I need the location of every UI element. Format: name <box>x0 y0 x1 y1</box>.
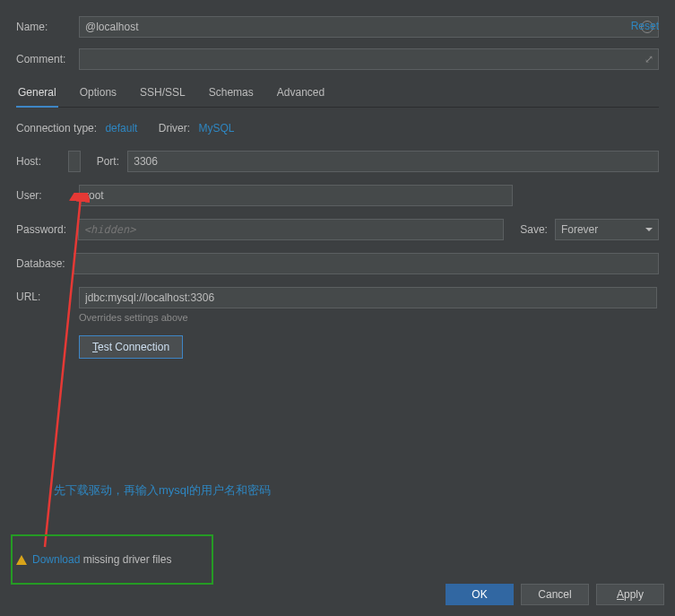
tab-advanced[interactable]: Advanced <box>275 81 326 107</box>
host-label: Host: <box>16 155 68 168</box>
tab-bar: General Options SSH/SSL Schemas Advanced <box>16 81 659 108</box>
driver-link[interactable]: MySQL <box>198 122 234 134</box>
tab-schemas[interactable]: Schemas <box>207 81 255 107</box>
test-connection-button[interactable]: Test Connection <box>79 335 183 359</box>
password-input[interactable] <box>78 219 504 240</box>
comment-label: Comment: <box>16 53 79 65</box>
download-link[interactable]: Download <box>32 553 80 566</box>
save-select-value: Forever <box>561 223 598 236</box>
save-label: Save: <box>520 223 548 236</box>
user-input[interactable] <box>79 185 513 206</box>
name-label: Name: <box>16 21 79 33</box>
reset-link[interactable]: Reset <box>631 20 659 32</box>
port-label: Port: <box>97 155 128 168</box>
name-input[interactable] <box>79 16 659 38</box>
tab-general[interactable]: General <box>16 81 58 108</box>
url-input[interactable] <box>79 287 657 308</box>
port-input[interactable] <box>127 151 659 172</box>
download-driver-box: Download missing driver files <box>11 534 213 585</box>
tab-options[interactable]: Options <box>78 81 118 107</box>
save-select[interactable]: Forever <box>555 219 659 240</box>
driver-label: Driver: <box>159 122 190 134</box>
cancel-button[interactable]: Cancel <box>521 584 589 605</box>
warning-icon <box>16 555 27 565</box>
url-hint: Overrides settings above <box>79 312 657 323</box>
chevron-down-icon <box>645 228 653 231</box>
comment-input[interactable] <box>79 48 659 70</box>
expand-icon[interactable]: ⤢ <box>645 53 653 65</box>
apply-button[interactable]: Apply <box>596 584 664 605</box>
connection-type-label: Connection type: <box>16 122 97 134</box>
ok-button[interactable]: OK <box>446 584 514 605</box>
download-rest: missing driver files <box>80 553 171 566</box>
user-label: User: <box>16 189 79 202</box>
database-input[interactable] <box>74 253 659 274</box>
button-bar: OK Cancel Apply <box>446 584 664 605</box>
password-label: Password: <box>16 223 78 236</box>
annotation-text: 先下载驱动，再输入mysql的用户名和密码 <box>54 482 271 499</box>
tab-ssh-ssl[interactable]: SSH/SSL <box>138 81 187 107</box>
connection-type-link[interactable]: default <box>105 122 137 134</box>
host-input[interactable] <box>68 151 81 172</box>
url-label: URL: <box>16 287 79 303</box>
database-label: Database: <box>16 257 74 270</box>
